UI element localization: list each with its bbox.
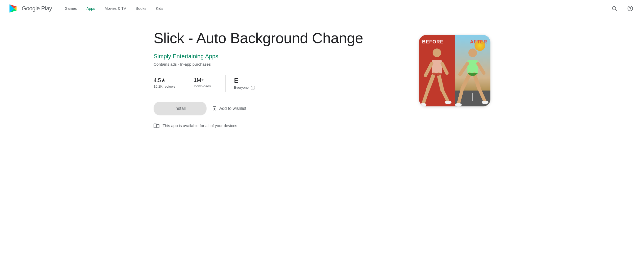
svg-line-26 [458,89,462,104]
svg-line-15 [428,74,434,90]
after-label: AFTER [470,39,487,45]
app-icon-area: BEFORE [419,30,490,129]
app-details: Slick - Auto Background Change Simply En… [154,30,408,129]
stats-row: 4.5★ 16.2K reviews 1M+ Downloads E Every… [154,75,408,92]
svg-rect-12 [432,60,442,74]
developer-link[interactable]: Simply Entertaining Apps [154,53,408,60]
rating-value: 4.5★ [154,77,177,83]
svg-line-24 [478,64,484,73]
svg-rect-8 [157,124,159,128]
wishlist-icon [212,106,217,111]
age-rating-label: Everyone i [234,86,257,90]
age-rating-value: E [234,77,257,84]
install-button[interactable]: Install [154,102,207,115]
search-icon [611,6,617,11]
nav-kids[interactable]: Kids [151,1,167,16]
svg-line-1 [615,10,617,11]
before-label: BEFORE [422,39,444,45]
svg-point-20 [445,101,451,104]
main-content: Slick - Auto Background Change Simply En… [137,17,507,139]
svg-line-13 [426,64,432,75]
age-rating-stat: E Everyone i [234,75,266,92]
logo[interactable]: Google Play [8,3,52,14]
header: Google Play Games Apps Movies & TV Books… [0,0,644,17]
svg-point-30 [482,101,488,104]
age-rating-info-icon[interactable]: i [251,86,255,90]
nav-games[interactable]: Games [60,1,81,16]
svg-line-27 [474,74,479,89]
svg-rect-22 [467,60,478,74]
availability-text: This app is available for all of your de… [163,123,237,128]
header-actions [609,3,636,14]
rating-stat: 4.5★ 16.2K reviews [154,75,185,92]
downloads-value: 1M+ [194,77,217,83]
help-icon [627,6,633,11]
device-icon [154,123,159,129]
search-button[interactable] [609,3,620,14]
downloads-label: Downloads [194,84,217,88]
tablet-phone-icon [154,123,159,129]
svg-line-17 [439,74,442,90]
svg-point-11 [433,48,441,57]
wishlist-label: Add to wishlist [219,106,246,111]
svg-point-19 [420,103,426,106]
help-button[interactable] [625,3,636,14]
availability: This app is available for all of your de… [154,123,408,129]
svg-line-28 [479,89,485,102]
svg-point-21 [468,48,477,57]
icon-before-panel: BEFORE [419,35,455,106]
logo-text: Google Play [22,5,52,12]
app-icon: BEFORE [419,35,490,106]
nav-movies[interactable]: Movies & TV [100,1,130,16]
app-title: Slick - Auto Background Change [154,30,408,47]
nav-books[interactable]: Books [132,1,151,16]
svg-line-16 [423,90,428,104]
svg-point-29 [455,103,462,106]
athlete-before-svg [419,42,455,106]
wishlist-button[interactable]: Add to wishlist [212,104,246,113]
icon-after-panel: AFTER [455,35,490,106]
athlete-after-svg [455,42,490,106]
nav-apps[interactable]: Apps [82,1,99,16]
app-icon-visual: BEFORE [419,35,490,106]
svg-line-25 [462,74,469,89]
main-nav: Games Apps Movies & TV Books Kids [60,1,609,16]
app-meta: Contains ads · In-app purchases [154,62,408,66]
reviews-label: 16.2K reviews [154,84,177,88]
svg-line-14 [442,64,447,73]
svg-line-23 [460,64,467,74]
google-play-icon [8,3,19,14]
actions-row: Install Add to wishlist [154,102,408,115]
svg-line-18 [442,90,448,102]
downloads-stat: 1M+ Downloads [194,75,226,92]
